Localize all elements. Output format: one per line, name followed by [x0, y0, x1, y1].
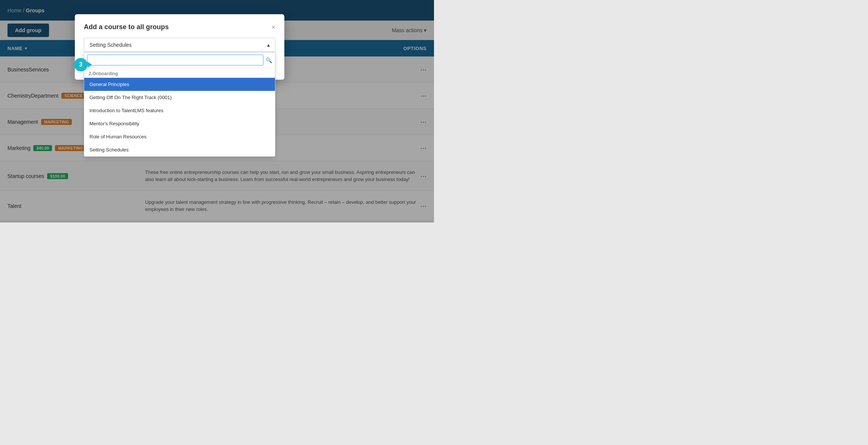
- dropdown-search-input[interactable]: [87, 55, 263, 65]
- step-indicator: 3: [74, 58, 88, 71]
- modal-header: Add a course to all groups ×: [84, 23, 275, 31]
- modal: Add a course to all groups × Setting Sch…: [75, 14, 284, 80]
- dropdown-item-4[interactable]: Role of Human Resources: [84, 130, 275, 143]
- dropdown-item-0[interactable]: General Principles: [84, 78, 275, 91]
- dropdown-item-3[interactable]: Mentor's Responsibility: [84, 117, 275, 130]
- dropdown-group-label: 2.Onboarding: [84, 68, 275, 78]
- chevron-up-icon: [267, 42, 270, 48]
- dropdown-selected-value: Setting Schedules: [89, 42, 132, 48]
- dropdown-item-5[interactable]: Setting Schedules: [84, 143, 275, 156]
- course-dropdown-wrapper: Setting Schedules 🔍 2.Onboarding General…: [84, 38, 275, 52]
- dropdown-menu: 🔍 2.Onboarding General Principles Gettin…: [84, 52, 275, 157]
- search-icon: 🔍: [266, 57, 272, 63]
- dropdown-item-2[interactable]: Introduction to TalentLMS features: [84, 104, 275, 117]
- dropdown-search-wrapper: 🔍: [84, 52, 275, 68]
- step-arrow: [88, 62, 92, 68]
- dropdown-item-1[interactable]: Getting Off On The Right Track (0001): [84, 91, 275, 104]
- course-dropdown[interactable]: Setting Schedules: [84, 38, 275, 52]
- modal-title: Add a course to all groups: [84, 23, 169, 31]
- modal-close-button[interactable]: ×: [271, 24, 275, 31]
